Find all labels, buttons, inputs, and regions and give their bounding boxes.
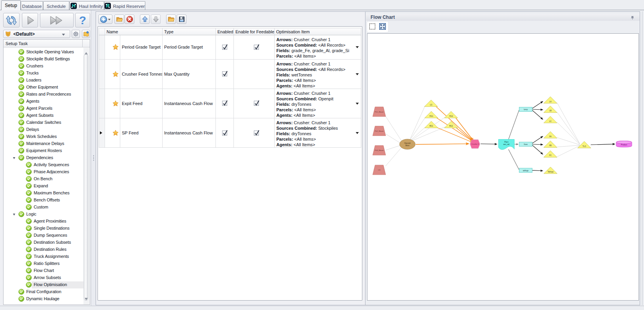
svg-text:tailings: tailings: [523, 170, 529, 172]
svg-text:LA: LA: [549, 101, 552, 103]
svg-text:Openpit: Openpit: [404, 142, 411, 144]
svg-text:Crusher 1: Crusher 1: [471, 143, 479, 145]
svg-text:BG1: BG1: [429, 125, 433, 127]
svg-text:FA: FA: [549, 136, 552, 138]
svg-text:LC: LC: [549, 120, 552, 122]
svg-text:wet_rail: wet_rail: [503, 143, 510, 145]
svg-text:Tailings: Tailings: [548, 171, 554, 173]
svg-text:Pit3_Waste: Pit3_Waste: [375, 149, 384, 151]
svg-text:LG: LG: [430, 104, 432, 106]
svg-text:TLO: TLO: [582, 145, 586, 147]
svg-text:FB: FB: [549, 145, 552, 147]
svg-text:lump: lump: [524, 109, 528, 111]
svg-text:Mine: Mine: [405, 145, 409, 147]
svg-text:Pit2_Waste: Pit2_Waste: [375, 130, 384, 132]
svg-text:fines: fines: [524, 143, 528, 145]
svg-text:FC: FC: [549, 154, 552, 156]
svg-text:Plant: Plant: [504, 141, 508, 143]
svg-text:HG2: HG2: [449, 115, 453, 117]
svg-text:LB: LB: [549, 110, 552, 112]
svg-text:HG1: HG1: [429, 115, 433, 117]
svg-text:LG: LG: [378, 169, 380, 171]
svg-text:BG2: BG2: [449, 125, 453, 127]
svg-text:Pit1_Waste: Pit1_Waste: [375, 111, 384, 113]
svg-text:Product: Product: [621, 144, 628, 146]
